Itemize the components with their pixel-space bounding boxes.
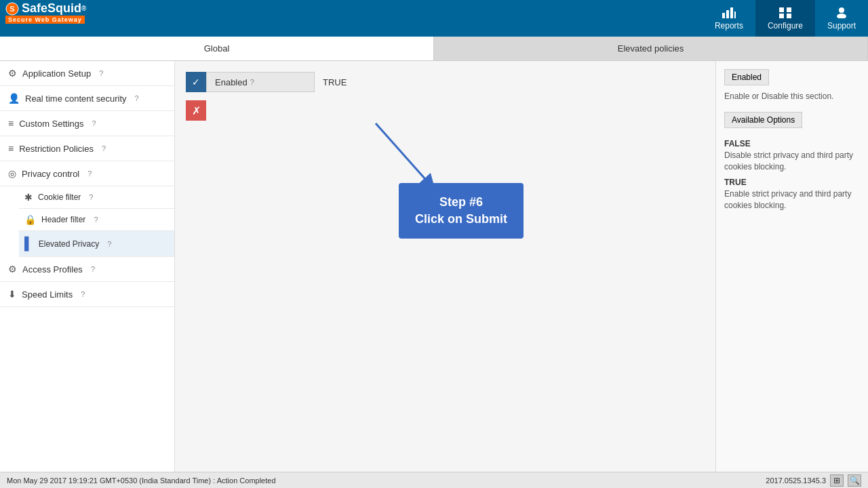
status-right: 2017.0525.1345.3 ⊞ 🔍 xyxy=(766,474,861,487)
person-icon xyxy=(834,6,849,18)
nav-reports-label: Reports xyxy=(715,21,743,30)
svg-rect-2 xyxy=(722,13,725,18)
help-icon-cookie[interactable]: ? xyxy=(89,193,93,201)
sidebar-item-real-time-content[interactable]: 👤 Real time content security ? xyxy=(0,86,174,111)
help-icon-access[interactable]: ? xyxy=(91,265,95,273)
logo: S SafeSquid® Secure Web Gateway xyxy=(5,1,114,35)
help-icon-real-time[interactable]: ? xyxy=(135,94,139,102)
nav-configure[interactable]: Configure xyxy=(755,0,815,37)
logo-area: S SafeSquid® Secure Web Gateway xyxy=(0,1,114,35)
grid-status-icon[interactable]: ⊞ xyxy=(830,474,844,487)
elevated-icon: ▌ xyxy=(24,237,33,251)
sidebar-item-cookie-filter[interactable]: ✱ Cookie filter ? xyxy=(19,186,174,209)
version-text: 2017.0525.1345.3 xyxy=(766,476,826,485)
svg-point-10 xyxy=(839,7,844,13)
svg-rect-8 xyxy=(779,14,784,18)
help-icon-elevated[interactable]: ? xyxy=(107,240,111,248)
help-icon-enabled[interactable]: ? xyxy=(250,78,254,86)
sidebar-item-access-profiles[interactable]: ⚙ Access Profiles ? xyxy=(0,257,174,282)
nav-right: Reports Configure Support xyxy=(703,0,868,37)
svg-line-12 xyxy=(376,123,430,184)
speed-icon: ⬇ xyxy=(8,289,16,300)
sidebar: ⚙ Application Setup ? 👤 Real time conten… xyxy=(0,61,175,488)
nav-support-label: Support xyxy=(827,21,856,30)
form-row-x: ✗ xyxy=(186,98,705,121)
help-icon-header[interactable]: ? xyxy=(94,216,98,224)
enabled-panel-desc: Enable or Disable this section. xyxy=(724,91,860,102)
help-icon-speed[interactable]: ? xyxy=(81,290,85,298)
lock-icon: 🔒 xyxy=(24,214,36,225)
menu-icon: ≡ xyxy=(8,118,14,129)
nav-configure-label: Configure xyxy=(768,21,803,30)
svg-rect-7 xyxy=(787,7,791,12)
svg-rect-9 xyxy=(787,14,791,18)
enabled-field-label: Enabled ? xyxy=(206,72,315,92)
settings-icon: ⚙ xyxy=(8,68,17,79)
main-layout: ⚙ Application Setup ? 👤 Real time conten… xyxy=(0,61,868,488)
false-desc: Disable strict privacy and third party c… xyxy=(724,150,860,173)
svg-text:S: S xyxy=(9,5,14,13)
enabled-panel-button[interactable]: Enabled xyxy=(724,69,769,85)
svg-rect-6 xyxy=(779,7,784,12)
grid-icon xyxy=(778,6,793,18)
topbar: S SafeSquid® Secure Web Gateway Reports xyxy=(0,0,868,37)
sidebar-item-header-filter[interactable]: 🔒 Header filter ? xyxy=(19,209,174,231)
help-icon-custom[interactable]: ? xyxy=(92,119,96,127)
tab-elevated[interactable]: Elevated policies xyxy=(434,37,868,60)
sidebar-item-restriction-policies[interactable]: ≡ Restriction Policies ? xyxy=(0,136,174,161)
help-icon-restriction[interactable]: ? xyxy=(102,144,106,152)
help-icon-privacy[interactable]: ? xyxy=(87,169,92,178)
logo-icon: S xyxy=(5,2,19,16)
sidebar-item-custom-settings[interactable]: ≡ Custom Settings ? xyxy=(0,111,174,136)
cancel-button[interactable]: ✗ xyxy=(186,100,206,121)
restriction-icon: ≡ xyxy=(8,143,14,154)
right-panel: Enabled Enable or Disable this section. … xyxy=(715,61,868,488)
cookie-icon: ✱ xyxy=(24,192,33,203)
svg-rect-5 xyxy=(734,12,736,18)
search-status-icon[interactable]: 🔍 xyxy=(848,474,861,487)
nav-reports[interactable]: Reports xyxy=(703,0,755,37)
tab-bar: Global Elevated policies xyxy=(0,37,868,61)
form-row-enabled: ✓ Enabled ? TRUE xyxy=(186,72,705,92)
sidebar-sub-items: ✱ Cookie filter ? 🔒 Header filter ? ▌ El… xyxy=(0,186,174,257)
true-desc: Enable strict privacy and third party co… xyxy=(724,188,860,211)
available-options-button[interactable]: Available Options xyxy=(724,112,802,128)
chart-icon xyxy=(722,6,736,18)
privacy-icon: ◎ xyxy=(8,168,16,179)
logo-tagline: Secure Web Gateway xyxy=(5,16,85,24)
sidebar-item-privacy-control[interactable]: ◎ Privacy control ? xyxy=(0,161,174,186)
true-label: TRUE xyxy=(724,178,860,187)
step-box: Step #6 Click on Submit xyxy=(399,183,524,239)
sidebar-item-application-setup[interactable]: ⚙ Application Setup ? xyxy=(0,61,174,86)
sidebar-item-speed-limits[interactable]: ⬇ Speed Limits ? xyxy=(0,282,174,307)
submit-check-button[interactable]: ✓ xyxy=(186,72,206,92)
false-label: FALSE xyxy=(724,139,860,148)
status-bar: Mon May 29 2017 19:19:21 GMT+0530 (India… xyxy=(0,472,868,488)
sidebar-item-elevated-privacy[interactable]: ▌ Elevated Privacy ? xyxy=(19,231,174,257)
tab-global[interactable]: Global xyxy=(0,37,434,60)
svg-rect-3 xyxy=(726,10,729,18)
help-icon-application-setup[interactable]: ? xyxy=(99,69,103,77)
svg-point-11 xyxy=(837,14,846,18)
svg-rect-4 xyxy=(730,7,733,18)
nav-support[interactable]: Support xyxy=(815,0,868,37)
content-area: ✓ Enabled ? TRUE ✗ Step #6 Click on Subm… xyxy=(175,61,715,488)
enabled-field-value: TRUE xyxy=(315,72,355,92)
status-text: Mon May 29 2017 19:19:21 GMT+0530 (India… xyxy=(7,476,276,485)
user-icon: 👤 xyxy=(8,93,20,104)
access-icon: ⚙ xyxy=(8,264,17,274)
